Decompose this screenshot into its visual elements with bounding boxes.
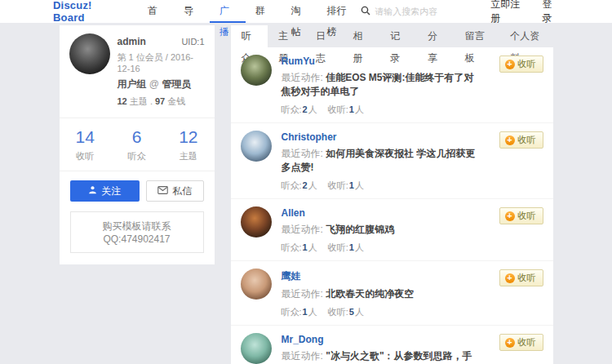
top-navbar: Discuz! Board 首页 导读 广播 群组 淘帖 排行榜 立即注册 — [0, 0, 612, 23]
recent-action: 最近动作: 佳能EOS M5评测:佳能终于有了对焦秒对手的单电了 — [282, 71, 480, 99]
listener-row: Mr_Dong 最近动作: "冰与火之歌"：从参数到思路，手把手教你拍大片 听众… — [231, 326, 553, 364]
nav-item[interactable]: 群组 — [246, 0, 282, 23]
template-contact-notice: 购买模板请联系QQ:474902417 — [70, 211, 204, 253]
plus-icon: + — [505, 211, 515, 221]
nav-item[interactable]: 导读 — [174, 0, 210, 23]
nav-item[interactable]: 排行榜 — [317, 0, 361, 23]
member-since: 第 1 位会员 / 2016-12-16 — [118, 51, 205, 73]
login-link[interactable]: 登录 — [542, 0, 559, 25]
plus-icon: + — [505, 60, 515, 69]
tab[interactable]: 相册 — [343, 25, 380, 47]
user-counts: 12 主题 . 97 金钱 — [118, 95, 205, 108]
listener-row: RumYu 最近动作: 佳能EOS M5评测:佳能终于有了对焦秒对手的单电了 听… — [231, 47, 553, 123]
tab[interactable]: 听众 — [231, 25, 268, 47]
listen-button[interactable]: + 收听 — [499, 55, 543, 73]
envelope-icon — [157, 185, 168, 197]
listeners-panel: RumYu 最近动作: 佳能EOS M5评测:佳能终于有了对焦秒对手的单电了 听… — [231, 47, 553, 364]
nav-item[interactable]: 淘帖 — [282, 0, 317, 23]
recent-action: 最近动作: 北欧春天的纯净夜空 — [282, 287, 480, 301]
user-profile-card: admin UID:1 第 1 位会员 / 2016-12-16 用户组 @ 管… — [60, 25, 215, 264]
nav-item[interactable]: 首页 — [138, 0, 174, 23]
search-box[interactable] — [361, 6, 472, 18]
listener-avatar[interactable] — [241, 333, 272, 364]
listener-name[interactable]: 鹰娃 — [282, 269, 480, 283]
stat-item[interactable]: 6 听众 — [111, 127, 162, 162]
username[interactable]: admin — [118, 36, 146, 47]
listener-row: Allen 最近动作: 飞翔的红腹锦鸡 听众:1人 收听:1人 + 收听 — [231, 199, 553, 261]
listener-stats: 听众:2人 收听:1人 — [282, 180, 480, 192]
stat-item[interactable]: 14 收听 — [60, 127, 111, 162]
user-avatar[interactable] — [69, 33, 110, 74]
listener-stats: 听众:1人 收听:5人 — [282, 306, 480, 318]
listen-button[interactable]: + 收听 — [499, 131, 543, 149]
site-logo[interactable]: Discuz! Board — [53, 0, 120, 24]
register-link[interactable]: 立即注册 — [490, 0, 524, 25]
recent-action: 最近动作: 如何用美食深夜报社 学这几招获更多点赞! — [282, 147, 480, 175]
listener-row: 鹰娃 最近动作: 北欧春天的纯净夜空 听众:1人 收听:5人 + 收听 — [231, 261, 553, 326]
plus-icon: + — [505, 135, 515, 145]
listener-avatar[interactable] — [241, 206, 272, 237]
search-input[interactable] — [375, 7, 472, 16]
listener-name[interactable]: Christopher — [282, 131, 480, 143]
listener-name[interactable]: RumYu — [282, 55, 480, 67]
plus-icon: + — [505, 273, 515, 283]
listen-button[interactable]: + 收听 — [499, 269, 543, 286]
follow-button[interactable]: 关注 — [70, 180, 140, 202]
listener-row: Christopher 最近动作: 如何用美食深夜报社 学这几招获更多点赞! 听… — [231, 123, 553, 199]
listener-avatar[interactable] — [241, 269, 272, 300]
recent-action: 最近动作: "冰与火之歌"：从参数到思路，手把手教你拍大片 — [282, 349, 480, 364]
profile-tabs: 听众 主题 日志 相册 记录 分享 留言板 个人资料 — [231, 25, 553, 47]
tab[interactable]: 主题 — [268, 25, 305, 47]
tab[interactable]: 个人资料 — [499, 25, 552, 47]
listener-name[interactable]: Allen — [282, 207, 480, 219]
plus-icon: + — [505, 338, 515, 348]
private-message-button[interactable]: 私信 — [146, 180, 203, 202]
listener-avatar[interactable] — [241, 131, 272, 162]
stat-item[interactable]: 12 主题 — [162, 127, 214, 162]
profile-stats: 14 收听 6 听众 12 主题 — [60, 118, 215, 171]
search-icon — [361, 6, 370, 18]
uid-label: UID:1 — [181, 37, 204, 47]
listener-stats: 听众:1人 收听:1人 — [282, 242, 480, 254]
person-icon — [88, 185, 97, 197]
listener-stats: 听众:2人 收听:1人 — [282, 104, 480, 116]
listen-button[interactable]: + 收听 — [499, 334, 543, 351]
recent-action: 最近动作: 飞翔的红腹锦鸡 — [282, 223, 480, 237]
user-group: 用户组 @ 管理员 — [118, 78, 205, 91]
nav-item[interactable]: 广播 — [210, 0, 246, 23]
tab[interactable]: 记录 — [379, 25, 417, 47]
listener-avatar[interactable] — [241, 55, 272, 86]
main-nav: 首页 导读 广播 群组 淘帖 排行榜 — [138, 0, 361, 23]
tab[interactable]: 留言板 — [455, 25, 500, 47]
listener-name[interactable]: Mr_Dong — [282, 334, 480, 345]
tab[interactable]: 日志 — [305, 25, 343, 47]
tab[interactable]: 分享 — [417, 25, 455, 47]
listen-button[interactable]: + 收听 — [499, 207, 543, 224]
